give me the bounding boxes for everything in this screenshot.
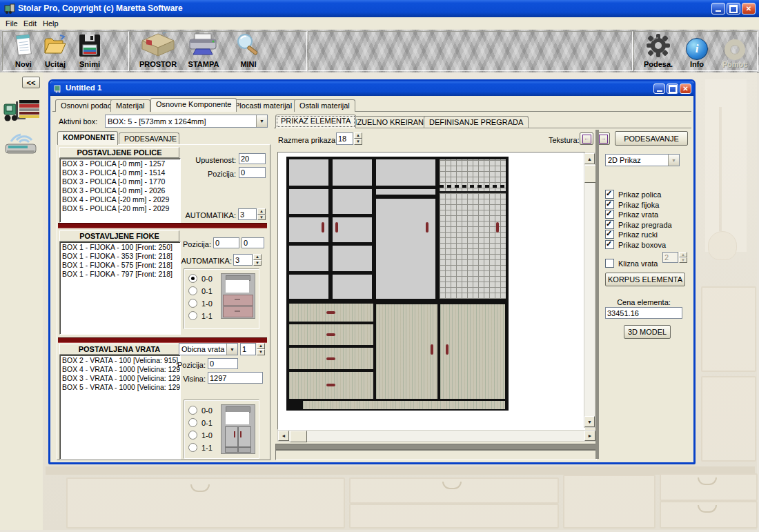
vrata-visina-field[interactable] [208,372,263,384]
list-item[interactable]: BOX 5 - POLICA [-20 mm] - 2029 [61,204,179,213]
list-item[interactable]: BOX 5 - VRATA - 1000 [Velicina: 1297] [61,383,179,392]
forklift-icon[interactable] [2,95,41,126]
tab-podesavanje[interactable]: PODESAVANJE [119,132,179,145]
tab-plocasti-materijal[interactable]: Plocasti materijal [229,99,297,112]
prostor-button[interactable]: PROSTOR [135,32,181,68]
tab-materijal[interactable]: Materijal [110,99,150,112]
razmera-field[interactable] [336,132,353,145]
fioke-radio-0-0[interactable]: 0-0 [188,274,213,283]
spin-down-icon [679,257,687,263]
fioke-automatika-field[interactable] [233,254,253,266]
stampa-button[interactable]: STAMPA [182,32,225,68]
vscroll-thumb[interactable] [584,165,596,183]
sidebar-collapse-button[interactable]: << [22,77,40,88]
close-button[interactable] [742,3,756,14]
scroll-down-icon[interactable]: ▼ [584,416,595,427]
info-button[interactable]: i Info [682,32,712,68]
list-item[interactable]: BOX 1 - FIJOKA - 100 [Front: 250] [61,243,179,252]
list-item[interactable]: BOX 3 - POLICA [-0 mm] - 1257 [61,159,179,168]
view-mode-combo[interactable]: 2D Prikaz [605,154,680,166]
tab-osnovni-podaci[interactable]: Osnovni podaci [55,99,119,112]
chevron-down-icon[interactable] [226,344,237,355]
menu-help[interactable]: Help [43,19,59,28]
fioke-radio-1-0[interactable]: 1-0 [188,299,213,308]
police-list[interactable]: BOX 3 - POLICA [-0 mm] - 1257 BOX 3 - PO… [59,158,181,223]
checkbox-prikaz-rucki[interactable]: Prikaz rucki [605,230,658,239]
list-item[interactable]: BOX 3 - POLICA [-0 mm] - 2026 [61,186,179,195]
cena-field[interactable] [605,307,682,319]
podesavanje-button[interactable]: PODESAVANJE [615,131,688,146]
police-automatika-spinner[interactable] [257,208,266,220]
list-item[interactable]: BOX 3 - VRATA - 1000 [Velicina: 1297] [61,374,179,383]
aktivni-box-value: BOX: 5 - [573mm x 1264mm] [106,117,256,126]
police-pozicija-field[interactable] [239,167,266,178]
ucitaj-button[interactable]: Ucitaj [39,32,72,68]
vrata-list[interactable]: BOX 2 - VRATA - 100 [Velicina: 915] BOX … [59,355,181,460]
vertical-splitter[interactable] [595,130,599,459]
aktivni-box-combo[interactable]: BOX: 5 - [573mm x 1264mm] [105,115,268,128]
klizna-spinner [679,252,687,263]
splitter-bar[interactable] [275,444,597,450]
checkbox-prikaz-polica[interactable]: Prikaz polica [605,190,661,199]
scroll-right-icon[interactable]: ► [584,431,595,441]
vrata-radio-0-0[interactable]: 0-0 [188,406,213,415]
doc-minimize-button[interactable] [653,83,665,94]
vrata-count-spinner[interactable] [257,343,265,355]
mini-button[interactable]: MINI [228,32,269,68]
razmera-spinner[interactable] [354,132,362,145]
chevron-down-icon[interactable] [256,115,267,127]
canvas-vscrollbar[interactable]: ▲ ▼ [584,152,595,428]
fioke-radio-0-1[interactable]: 0-1 [188,286,213,295]
list-item[interactable]: BOX 3 - POLICA [-0 mm] - 1514 [61,168,179,177]
scanner-icon[interactable] [4,128,39,158]
scroll-up-icon[interactable]: ▲ [584,153,595,164]
document-title: Untitled 1 [66,83,101,92]
minimize-button[interactable] [711,3,725,14]
checkbox-prikaz-pregrada[interactable]: Prikaz pregrada [605,220,672,229]
doc-maximize-button[interactable] [667,83,678,94]
checkbox-klizna-vrata[interactable]: Klizna vrata [605,259,658,268]
police-automatika-field[interactable] [238,208,257,220]
list-item[interactable]: BOX 3 - POLICA [-0 mm] - 1770 [61,177,179,186]
doc-close-button[interactable] [680,83,691,94]
fioke-pozicija-field-1[interactable] [213,237,239,248]
menu-file[interactable]: File [6,19,18,28]
checkbox-prikaz-fijoka[interactable]: Prikaz fijoka [605,200,659,209]
snimi-button[interactable]: Snimi [72,32,108,68]
tab-komponente[interactable]: KOMPONENTE [57,131,118,145]
list-item[interactable]: BOX 4 - VRATA - 1000 [Velicina: 1297] [61,365,179,374]
upustenost-field[interactable] [239,153,266,164]
vrata-type-combo[interactable]: Obicna vrata [179,343,238,355]
fioke-list[interactable]: BOX 1 - FIJOKA - 100 [Front: 250] BOX 1 … [59,242,181,335]
maximize-button[interactable] [727,3,740,14]
canvas-hscrollbar[interactable]: ◄ ► [277,430,595,442]
tab-osnovne-komponente[interactable]: Osnovne Komponente [150,98,237,112]
tab-ostali-materijal[interactable]: Ostali materijal [294,99,355,112]
checkbox-icon [605,200,614,209]
hscroll-thumb[interactable] [290,431,307,442]
vrata-radio-1-0[interactable]: 1-0 [188,431,213,440]
vrata-radio-0-1[interactable]: 0-1 [188,418,213,427]
list-item[interactable]: BOX 1 - FIJOKA - 353 [Front: 218] [61,252,179,261]
list-item[interactable]: BOX 4 - POLICA [-20 mm] - 2029 [61,195,179,204]
fioke-pozicija-field-2[interactable] [241,237,264,248]
podesavanja-button[interactable]: Podesa. [638,32,678,68]
list-item[interactable]: BOX 1 - FIJOKA - 575 [Front: 218] [61,261,179,270]
tab-prikaz-elementa[interactable]: PRIKAZ ELEMENTA [275,115,356,128]
fioke-radio-1-1[interactable]: 1-1 [188,311,213,320]
list-item[interactable]: BOX 1 - FIJOKA - 797 [Front: 218] [61,270,179,279]
list-item[interactable]: BOX 2 - VRATA - 100 [Velicina: 915] [61,356,179,365]
model-3d-button[interactable]: 3D MODEL [624,325,671,339]
vrata-radio-1-1[interactable]: 1-1 [188,443,213,452]
vrata-pozicija-field[interactable] [208,358,238,369]
tekstura-prev-button[interactable]: ← [580,132,593,145]
novi-button[interactable]: Novi [7,32,40,68]
korpus-elementa-button[interactable]: KORPUS ELEMENTA [605,273,685,286]
scroll-left-icon[interactable]: ◄ [278,431,289,441]
checkbox-prikaz-vrata[interactable]: Prikaz vrata [605,210,658,219]
vrata-count-field[interactable] [240,343,256,355]
checkbox-prikaz-boxova[interactable]: Prikaz boxova [605,240,666,249]
fioke-automatika-spinner[interactable] [253,254,262,266]
menu-edit[interactable]: Edit [23,19,37,28]
tab-definisanje-pregrada[interactable]: DEFINISANJE PREGRADA [424,116,529,128]
